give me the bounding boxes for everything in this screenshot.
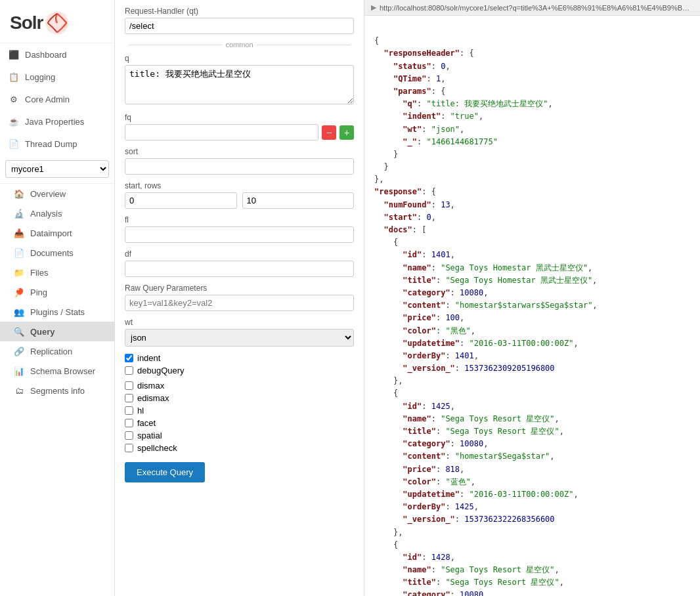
execute-query-button[interactable]: Execute Query [125, 462, 205, 482]
plugins-icon: 👥 [13, 306, 25, 318]
wt-group: wt json xml python ruby php csv [125, 318, 354, 347]
documents-icon: 📄 [13, 247, 25, 259]
fl-group: fl [125, 215, 354, 243]
q-label: q [125, 54, 354, 63]
nav-logging[interactable]: 📋 Logging [0, 66, 114, 88]
spatial-checkbox[interactable] [125, 431, 133, 440]
indent-row: indent [125, 353, 354, 363]
start-rows-inputs [125, 192, 354, 209]
dismax-checkbox[interactable] [125, 381, 133, 390]
url-text: http://localhost:8080/solr/mycore1/selec… [380, 4, 693, 12]
advanced-checkboxes-section: dismax edismax hl facet spatial spellche… [125, 381, 354, 453]
hl-label: hl [137, 406, 144, 415]
core-nav-overview[interactable]: 🏠 Overview [0, 184, 114, 203]
indent-checkbox[interactable] [125, 354, 133, 362]
spellcheck-row: spellcheck [125, 443, 354, 453]
files-icon: 📁 [13, 266, 25, 278]
schema-icon: 📊 [13, 365, 25, 377]
analysis-icon: 🔬 [13, 207, 25, 219]
edismax-row: edismax [125, 393, 354, 403]
top-nav: ⬛ Dashboard 📋 Logging ⚙ Core Admin ☕ Jav… [0, 43, 114, 155]
java-icon: ☕ [8, 116, 20, 127]
fq-row: − + [125, 124, 354, 140]
logo-text: Solr [10, 12, 43, 33]
wt-select[interactable]: json xml python ruby php csv [125, 329, 354, 347]
solr-logo-icon [44, 10, 70, 36]
spellcheck-label: spellcheck [137, 443, 177, 453]
fq-remove-button[interactable]: − [322, 125, 336, 140]
core-nav-schema-browser[interactable]: 📊 Schema Browser [0, 361, 114, 381]
debug-query-checkbox[interactable] [125, 366, 133, 375]
raw-query-input[interactable] [125, 295, 354, 311]
core-select[interactable]: mycore1 [5, 160, 109, 178]
edismax-checkbox[interactable] [125, 394, 133, 402]
hl-checkbox[interactable] [125, 406, 133, 415]
common-divider: common [125, 41, 354, 49]
edismax-label: edismax [137, 393, 169, 403]
facet-checkbox[interactable] [125, 419, 133, 427]
dataimport-icon: 📥 [13, 227, 25, 239]
query-panel: Request-Handler (qt) common q fq − + sor… [115, 0, 364, 596]
json-output[interactable]: { "responseHeader": { "status": 0, "QTim… [364, 16, 700, 596]
fq-add-button[interactable]: + [339, 125, 354, 140]
debug-query-label: debugQuery [137, 366, 185, 375]
fl-input[interactable] [125, 226, 354, 243]
fq-input[interactable] [125, 124, 318, 140]
indent-label: indent [137, 353, 160, 363]
facet-label: facet [137, 418, 156, 428]
hl-row: hl [125, 406, 354, 415]
sort-label: sort [125, 147, 354, 156]
facet-row: facet [125, 418, 354, 428]
checkboxes-section: indent debugQuery [125, 353, 354, 375]
df-label: df [125, 249, 354, 259]
start-input[interactable] [125, 192, 237, 209]
q-group: q [125, 54, 354, 106]
fl-label: fl [125, 215, 354, 224]
request-handler-input[interactable] [125, 18, 354, 34]
core-nav-replication[interactable]: 🔗 Replication [0, 341, 114, 361]
request-handler-label: Request-Handler (qt) [125, 7, 354, 16]
nav-java-properties[interactable]: ☕ Java Properties [0, 110, 114, 133]
nav-thread-dump[interactable]: 📄 Thread Dump [0, 133, 114, 155]
logging-icon: 📋 [8, 71, 20, 83]
main-content: Request-Handler (qt) common q fq − + sor… [115, 0, 700, 596]
fq-label: fq [125, 113, 354, 122]
core-nav-plugins-stats[interactable]: 👥 Plugins / Stats [0, 302, 114, 322]
core-nav-ping[interactable]: 🏓 Ping [0, 282, 114, 302]
url-bar: ▶ http://localhost:8080/solr/mycore1/sel… [364, 0, 700, 16]
start-rows-label: start, rows [125, 181, 354, 190]
dismax-label: dismax [137, 381, 164, 391]
core-admin-icon: ⚙ [8, 93, 20, 105]
core-selector[interactable]: mycore1 [0, 155, 114, 184]
spatial-label: spatial [137, 431, 162, 440]
q-input[interactable] [125, 65, 354, 104]
nav-dashboard[interactable]: ⬛ Dashboard [0, 43, 114, 66]
core-nav-query[interactable]: 🔍 Query [0, 322, 114, 341]
core-nav-files[interactable]: 📁 Files [0, 263, 114, 282]
request-handler-group: Request-Handler (qt) [125, 7, 354, 34]
core-nav-segments-info[interactable]: 🗂 Segments info [0, 381, 114, 400]
query-icon: 🔍 [13, 326, 25, 337]
df-group: df [125, 249, 354, 277]
rows-input[interactable] [242, 192, 355, 209]
dashboard-icon: ⬛ [8, 49, 20, 60]
df-input[interactable] [125, 261, 354, 277]
nav-core-admin[interactable]: ⚙ Core Admin [0, 88, 114, 110]
sort-input[interactable] [125, 158, 354, 175]
sort-group: sort [125, 147, 354, 175]
spatial-row: spatial [125, 431, 354, 440]
raw-query-label: Raw Query Parameters [125, 284, 354, 293]
logo-area: Solr [0, 0, 114, 43]
core-nav-documents[interactable]: 📄 Documents [0, 243, 114, 263]
fq-group: fq − + [125, 113, 354, 140]
wt-label: wt [125, 318, 354, 327]
overview-icon: 🏠 [13, 188, 25, 200]
core-nav-analysis[interactable]: 🔬 Analysis [0, 203, 114, 223]
response-panel: ▶ http://localhost:8080/solr/mycore1/sel… [364, 0, 700, 596]
core-nav-dataimport[interactable]: 📥 Dataimport [0, 223, 114, 243]
debug-query-row: debugQuery [125, 366, 354, 375]
core-nav: 🏠 Overview 🔬 Analysis 📥 Dataimport 📄 Doc… [0, 184, 114, 400]
thread-dump-icon: 📄 [8, 138, 20, 150]
spellcheck-checkbox[interactable] [125, 444, 133, 452]
replication-icon: 🔗 [13, 345, 25, 357]
